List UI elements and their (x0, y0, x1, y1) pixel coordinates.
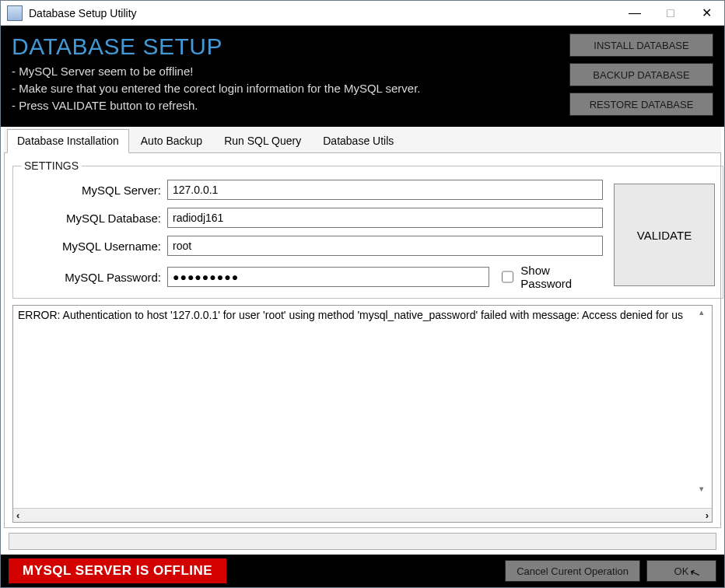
mysql-server-input[interactable] (167, 180, 603, 200)
header-line-2: - Make sure that you entered the corect … (12, 80, 562, 97)
tab-content: SETTINGS MySQL Server: VALIDATE MySQL Da… (4, 153, 721, 528)
install-database-button[interactable]: INSTALL DATABASE (569, 33, 713, 57)
show-password-label: Show Password (520, 264, 603, 290)
log-output: ERROR: Authentication to host '127.0.0.1… (12, 305, 713, 523)
titlebar: Database Setup Utility — □ ✕ (1, 1, 724, 26)
ok-button[interactable]: OK ↖ (646, 560, 716, 582)
minimize-button[interactable]: — (617, 1, 653, 25)
show-password-checkbox-wrap[interactable]: Show Password (499, 264, 603, 290)
backup-database-button[interactable]: BACKUP DATABASE (569, 63, 713, 86)
settings-fieldset: SETTINGS MySQL Server: VALIDATE MySQL Da… (12, 159, 723, 299)
cancel-button[interactable]: Cancel Curent Operation (505, 560, 640, 582)
scroll-left-icon[interactable]: ‹ (16, 509, 19, 521)
app-window: Database Setup Utility — □ ✕ DATABASE SE… (0, 0, 725, 588)
cursor-icon: ↖ (688, 564, 702, 581)
tab-auto-backup[interactable]: Auto Backup (131, 129, 212, 153)
mysql-username-input[interactable] (167, 236, 603, 256)
app-icon (7, 5, 23, 21)
tabs-row: Database Installation Auto Backup Run SQ… (4, 127, 721, 153)
restore-database-button[interactable]: RESTORE DATABASE (569, 93, 713, 116)
horizontal-scrollbar[interactable]: ‹ › (13, 508, 712, 522)
window-title: Database Setup Utility (29, 7, 137, 19)
page-title: DATABASE SETUP (12, 33, 562, 60)
tab-database-utils[interactable]: Database Utils (313, 129, 404, 153)
label-mysql-database: MySQL Database: (21, 212, 161, 225)
scroll-right-icon[interactable]: › (706, 509, 709, 521)
progress-bar (9, 533, 716, 550)
header-line-1: - MySQL Server seem to be offline! (12, 63, 562, 80)
settings-legend: SETTINGS (21, 159, 82, 172)
mysql-password-input[interactable] (167, 267, 489, 287)
label-mysql-username: MySQL Username: (21, 240, 161, 253)
header-messages: - MySQL Server seem to be offline! - Mak… (12, 63, 562, 114)
close-button[interactable]: ✕ (688, 1, 724, 25)
header-line-3: - Press VALIDATE button to refresh. (12, 97, 562, 114)
header-band: DATABASE SETUP - MySQL Server seem to be… (1, 26, 724, 127)
status-badge: MYSQL SERVER IS OFFLINE (9, 558, 226, 583)
validate-button[interactable]: VALIDATE (614, 184, 715, 286)
tab-run-sql-query[interactable]: Run SQL Query (214, 129, 311, 153)
mysql-database-input[interactable] (167, 208, 603, 228)
label-mysql-server: MySQL Server: (21, 184, 161, 197)
maximize-button[interactable]: □ (653, 1, 688, 25)
footer: MYSQL SERVER IS OFFLINE Cancel Curent Op… (1, 555, 724, 587)
tab-database-installation[interactable]: Database Installation (7, 129, 129, 153)
label-mysql-password: MySQL Password: (21, 271, 161, 284)
show-password-checkbox[interactable] (502, 271, 514, 283)
vertical-scroll-indicator: ▴▾ (699, 307, 710, 494)
log-text[interactable]: ERROR: Authentication to host '127.0.0.1… (13, 306, 712, 508)
